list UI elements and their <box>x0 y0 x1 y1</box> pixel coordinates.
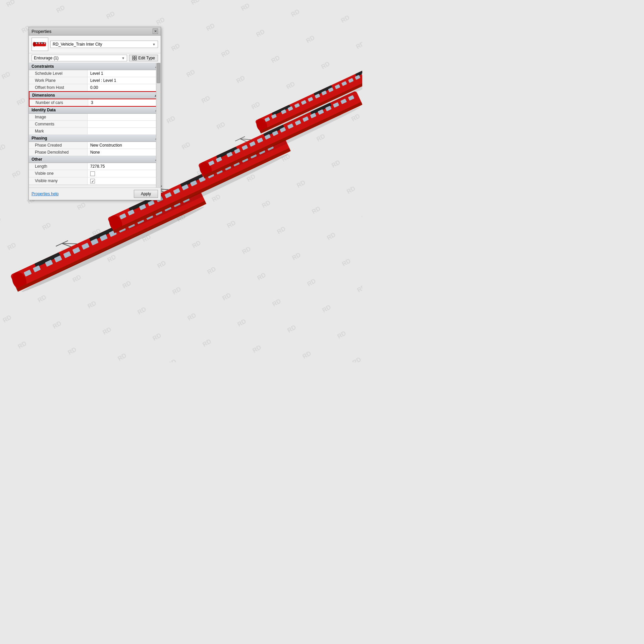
section-dimensions[interactable]: Dimensions ▲ <box>29 91 161 99</box>
prop-phase-demolished: Phase Demolished None <box>29 149 161 156</box>
svg-rect-122 <box>132 58 134 60</box>
svg-rect-118 <box>41 43 43 44</box>
prop-comments: Comments <box>29 121 161 128</box>
properties-scroll[interactable]: Constraints ▲ Schedule Level Level 1 Wor… <box>29 63 161 187</box>
prop-number-of-cars-value[interactable]: 3 <box>88 99 160 106</box>
instance-row: Entourage (1) ▼ Edit Type <box>29 53 161 63</box>
prop-mark-value[interactable] <box>88 128 161 135</box>
instance-dropdown-arrow: ▼ <box>121 56 125 60</box>
panel-footer: Properties help Apply <box>29 187 161 200</box>
prop-visible-one-value[interactable] <box>88 170 161 177</box>
scrollbar-track[interactable] <box>156 63 161 187</box>
properties-scroll-container: Constraints ▲ Schedule Level Level 1 Wor… <box>29 63 161 187</box>
section-identity-data-label: Identity Data <box>32 108 56 112</box>
prop-work-plane: Work Plane Level : Level 1 <box>29 77 161 84</box>
type-selector: RD_Vehicle_Train Inter City ▼ <box>29 36 161 53</box>
properties-panel: Properties ✕ RD_Vehicle_Train Inter City… <box>29 27 161 200</box>
prop-phase-created-name: Phase Created <box>29 142 88 149</box>
prop-mark: Mark <box>29 128 161 135</box>
type-thumbnail <box>32 38 48 51</box>
type-dropdown-arrow: ▼ <box>152 43 156 46</box>
section-other[interactable]: Other ▲ <box>29 156 161 163</box>
prop-length-name: Length <box>29 163 88 170</box>
svg-rect-116 <box>36 43 37 44</box>
prop-visible-many: Visible many <box>29 177 161 185</box>
svg-rect-119 <box>44 43 45 44</box>
prop-visible-one: Visble one <box>29 170 161 177</box>
instance-dropdown[interactable]: Entourage (1) ▼ <box>32 55 127 61</box>
prop-number-of-cars-name: Number of cars <box>30 99 88 106</box>
prop-image: Image <box>29 114 161 121</box>
prop-visible-one-name: Visble one <box>29 170 88 177</box>
type-name-dropdown[interactable]: RD_Vehicle_Train Inter City ▼ <box>50 41 158 48</box>
svg-rect-120 <box>132 56 134 58</box>
prop-schedule-level: Schedule Level Level 1 <box>29 70 161 77</box>
svg-point-113 <box>33 42 36 47</box>
prop-offset-from-host: Offset from Host 0.00 <box>29 84 161 91</box>
prop-mark-name: Mark <box>29 128 88 135</box>
svg-rect-25 <box>16 201 206 292</box>
section-constraints-label: Constraints <box>32 64 54 69</box>
properties-help-link[interactable]: Properties help <box>32 192 59 196</box>
section-constraints[interactable]: Constraints ▲ <box>29 63 161 70</box>
prop-schedule-level-value[interactable]: Level 1 <box>88 70 161 77</box>
prop-phase-demolished-value[interactable]: None <box>88 149 161 156</box>
edit-type-label: Edit Type <box>138 56 155 60</box>
section-other-label: Other <box>32 157 42 162</box>
svg-rect-117 <box>39 43 40 44</box>
visible-one-checkbox[interactable] <box>90 171 95 176</box>
svg-rect-123 <box>135 58 137 60</box>
instance-label: Entourage (1) <box>34 56 58 60</box>
svg-rect-121 <box>135 56 137 58</box>
panel-close-button[interactable]: ✕ <box>153 29 158 34</box>
prop-work-plane-name: Work Plane <box>29 77 88 84</box>
prop-phase-demolished-name: Phase Demolished <box>29 149 88 156</box>
prop-image-value[interactable] <box>88 114 161 120</box>
prop-phase-created-value[interactable]: New Construction <box>88 142 161 149</box>
prop-visible-many-name: Visible many <box>29 177 88 184</box>
section-phasing-label: Phasing <box>32 136 47 141</box>
scrollbar-thumb[interactable] <box>157 63 160 83</box>
prop-schedule-level-name: Schedule Level <box>29 70 88 77</box>
prop-work-plane-value[interactable]: Level : Level 1 <box>88 77 161 84</box>
prop-visible-many-value[interactable] <box>88 177 161 184</box>
prop-comments-name: Comments <box>29 121 88 127</box>
prop-length-value[interactable]: 7278.75 <box>88 163 161 170</box>
prop-number-of-cars: Number of cars 3 <box>29 99 161 107</box>
visible-many-checkbox[interactable] <box>90 179 95 183</box>
scroll-spacer <box>29 185 161 187</box>
panel-title: Properties <box>32 29 51 34</box>
apply-button[interactable]: Apply <box>134 190 158 198</box>
prop-comments-value[interactable] <box>88 121 161 127</box>
prop-phase-created: Phase Created New Construction <box>29 142 161 149</box>
prop-image-name: Image <box>29 114 88 120</box>
prop-length: Length 7278.75 <box>29 163 161 170</box>
prop-offset-name: Offset from Host <box>29 84 88 91</box>
section-identity-data[interactable]: Identity Data ▲ <box>29 107 161 114</box>
prop-offset-value[interactable]: 0.00 <box>88 84 161 91</box>
edit-type-button[interactable]: Edit Type <box>129 55 158 61</box>
panel-titlebar: Properties ✕ <box>29 27 161 36</box>
type-name-text: RD_Vehicle_Train Inter City <box>53 42 152 47</box>
section-phasing[interactable]: Phasing ▲ <box>29 135 161 142</box>
section-dimensions-label: Dimensions <box>32 93 55 98</box>
